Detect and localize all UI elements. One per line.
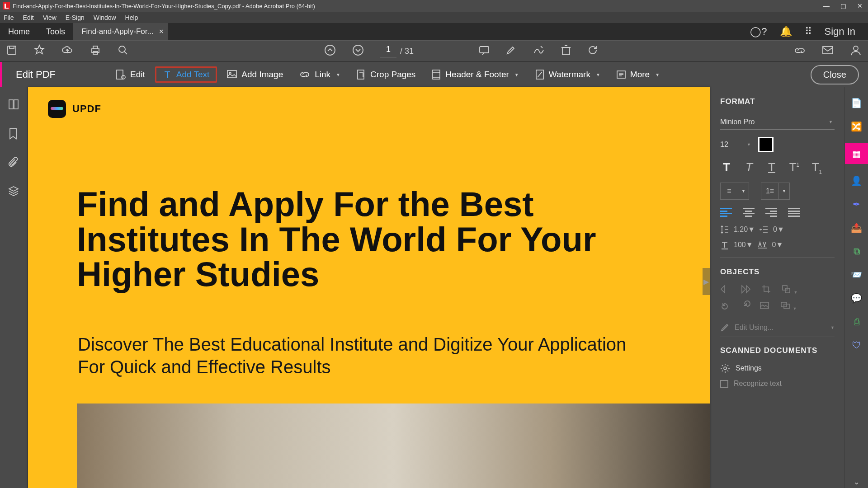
- current-page[interactable]: 1: [380, 45, 396, 57]
- svg-point-10: [854, 46, 858, 51]
- indent-field[interactable]: 0▼: [773, 225, 784, 234]
- sign-in-link[interactable]: Sign In: [825, 26, 856, 38]
- bookmark-icon[interactable]: [8, 128, 20, 140]
- combine-icon[interactable]: 🔀: [850, 120, 863, 133]
- edit-using-select[interactable]: Edit Using... ▼: [720, 319, 835, 337]
- edit-tool-icon[interactable]: ▦: [845, 143, 868, 164]
- font-select[interactable]: Minion Pro▼: [720, 114, 835, 130]
- recognize-text-checkbox[interactable]: Recognize text: [720, 380, 835, 388]
- italic-icon[interactable]: T: [743, 160, 755, 175]
- close-window-button[interactable]: ✕: [857, 2, 863, 9]
- scanned-heading: SCANNED DOCUMENTS: [720, 346, 835, 355]
- flip-h-icon[interactable]: [720, 285, 730, 296]
- rotate-ccw-icon[interactable]: [720, 302, 729, 313]
- header-footer-button[interactable]: Header & Footer▼: [425, 67, 525, 82]
- cloud-upload-icon[interactable]: [61, 45, 73, 57]
- font-size-field[interactable]: 12▼: [720, 137, 752, 152]
- comment-tool-icon[interactable]: 💬: [850, 291, 863, 305]
- notifications-icon[interactable]: 🔔: [780, 26, 792, 38]
- rotate-cw-icon[interactable]: [740, 302, 749, 313]
- menu-help[interactable]: Help: [125, 14, 138, 21]
- more-button[interactable]: More▼: [610, 68, 666, 81]
- search-icon[interactable]: [118, 45, 128, 57]
- tab-tools[interactable]: Tools: [38, 23, 73, 40]
- account-icon[interactable]: [850, 44, 862, 58]
- tab-home[interactable]: Home: [0, 23, 38, 40]
- title-bar: Find-and-Apply-For-the-Best-Institutes-I…: [0, 0, 868, 12]
- right-panel-collapse[interactable]: ▶: [703, 268, 710, 295]
- add-text-button[interactable]: Add Text: [155, 66, 217, 83]
- hscale-field[interactable]: 100▼: [734, 241, 753, 249]
- collapse-rail-icon[interactable]: ⌄: [845, 475, 868, 488]
- help-icon[interactable]: ◯?: [750, 26, 767, 38]
- bullet-list-button[interactable]: ≡▼: [720, 183, 749, 200]
- layers-icon[interactable]: [8, 186, 20, 197]
- send-comments-icon[interactable]: 📨: [850, 268, 863, 282]
- arrange-icon[interactable]: ▼: [782, 285, 797, 296]
- flip-v-icon[interactable]: [741, 285, 751, 296]
- delete-icon[interactable]: [561, 45, 571, 57]
- edit-pdf-toolbar: Edit PDF Edit Add Text Add Image Link▼ C…: [0, 62, 868, 87]
- line-height-field[interactable]: 1.20▼: [734, 225, 755, 234]
- font-color-swatch[interactable]: [758, 137, 774, 152]
- thumbnails-icon[interactable]: [8, 99, 20, 111]
- save-icon[interactable]: [6, 45, 17, 57]
- objects-heading: OBJECTS: [720, 267, 835, 277]
- create-pdf-icon[interactable]: 📄: [850, 96, 863, 110]
- numbered-list-button[interactable]: 1≡▼: [761, 183, 790, 200]
- align-left-icon[interactable]: [720, 208, 732, 217]
- page-number-field[interactable]: 1 / 31: [380, 45, 414, 57]
- replace-image-icon[interactable]: [760, 302, 770, 313]
- star-icon[interactable]: [33, 44, 45, 58]
- watermark-button[interactable]: Watermark▼: [529, 67, 607, 82]
- draw-icon[interactable]: [533, 45, 545, 57]
- link-button[interactable]: Link▼: [293, 68, 347, 81]
- menu-view[interactable]: View: [43, 14, 57, 21]
- menu-esign[interactable]: E-Sign: [66, 14, 85, 21]
- svg-rect-7: [480, 47, 489, 53]
- highlight-icon[interactable]: [506, 45, 517, 57]
- close-edit-button[interactable]: Close: [811, 65, 859, 84]
- svg-rect-21: [783, 286, 787, 290]
- comment-icon[interactable]: [479, 45, 490, 57]
- add-image-button[interactable]: Add Image: [221, 68, 289, 81]
- bold-icon[interactable]: T: [720, 160, 733, 175]
- apps-grid-icon[interactable]: ⠿: [805, 26, 812, 38]
- email-icon[interactable]: [822, 45, 834, 57]
- edit-button[interactable]: Edit: [109, 67, 151, 82]
- pdf-page[interactable]: UPDF Find and Apply For the Best Institu…: [28, 87, 710, 488]
- sign-icon[interactable]: 👤: [850, 174, 863, 188]
- crop-icon[interactable]: [762, 285, 771, 296]
- scan-icon[interactable]: ⎙: [850, 315, 863, 328]
- protect-icon[interactable]: 🛡: [850, 338, 863, 352]
- align-center-icon[interactable]: [743, 208, 755, 217]
- tracking-field[interactable]: 0▼: [772, 241, 783, 249]
- settings-button[interactable]: Settings: [720, 363, 835, 373]
- print-icon[interactable]: [90, 45, 101, 57]
- menu-bar: File Edit View E-Sign Window Help: [0, 12, 868, 23]
- svg-point-5: [325, 45, 335, 55]
- menu-file[interactable]: File: [4, 14, 14, 21]
- crop-pages-button[interactable]: Crop Pages: [350, 67, 422, 82]
- arrange-behind-icon[interactable]: ▼: [781, 302, 797, 313]
- fill-sign-icon[interactable]: ✒: [850, 197, 863, 211]
- superscript-icon[interactable]: T1: [788, 160, 801, 175]
- menu-window[interactable]: Window: [94, 14, 116, 21]
- document-canvas[interactable]: ◀ UPDF Find and Apply For the Best Insti…: [28, 87, 710, 488]
- maximize-button[interactable]: ▢: [840, 2, 846, 9]
- minimize-button[interactable]: —: [823, 2, 830, 9]
- menu-edit[interactable]: Edit: [23, 14, 34, 21]
- share-link-icon[interactable]: [794, 45, 806, 57]
- page-down-icon[interactable]: [352, 44, 364, 58]
- align-justify-icon[interactable]: [788, 208, 800, 217]
- underline-icon[interactable]: T: [765, 160, 778, 175]
- page-up-icon[interactable]: [324, 44, 336, 58]
- align-right-icon[interactable]: [765, 208, 777, 217]
- attachment-icon[interactable]: [8, 157, 20, 169]
- organize-icon[interactable]: ⧉: [850, 244, 863, 258]
- subscript-icon[interactable]: T1: [811, 160, 823, 175]
- export-icon[interactable]: 📤: [850, 221, 863, 235]
- tab-close-button[interactable]: ×: [159, 27, 164, 36]
- rotate-icon[interactable]: [587, 45, 598, 57]
- tab-document[interactable]: Find-and-Apply-For... ×: [73, 23, 168, 40]
